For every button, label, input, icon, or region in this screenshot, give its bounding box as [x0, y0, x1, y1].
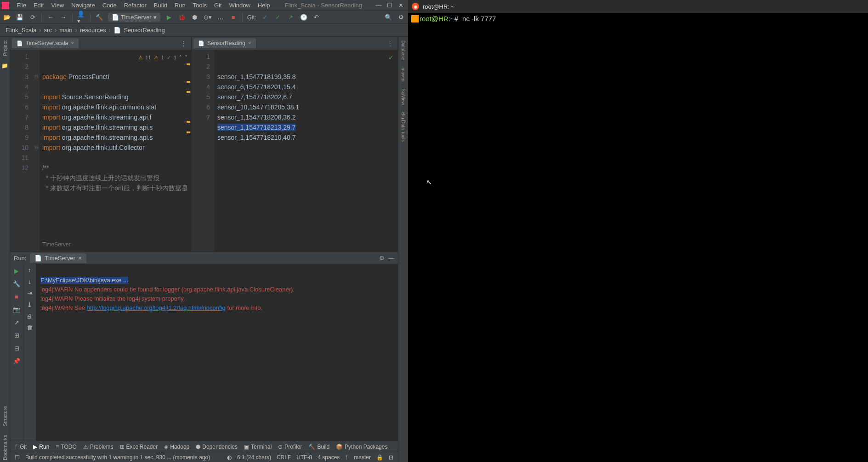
menu-help[interactable]: Help — [254, 1, 274, 10]
git-branch[interactable]: master — [354, 454, 371, 461]
line-separator[interactable]: CRLF — [277, 454, 291, 461]
menu-file[interactable]: File — [13, 1, 30, 10]
structure-tool-tab[interactable]: Structure — [2, 404, 8, 428]
gear-icon[interactable]: ⚙ — [379, 255, 385, 262]
attach-icon[interactable]: … — [216, 13, 225, 22]
forward-icon[interactable]: → — [59, 13, 68, 22]
git-commit-icon[interactable]: ✓ — [274, 13, 282, 22]
breadcrumb-src[interactable]: src — [44, 27, 52, 34]
caret-position[interactable]: 6:1 (24 chars) — [237, 454, 271, 461]
settings-icon[interactable]: ⚙ — [397, 13, 405, 22]
terminal-title-bar[interactable]: ◉ root@HR: ~ — [408, 0, 868, 13]
bookmarks-tool-tab[interactable]: Bookmarks — [2, 433, 8, 462]
menu-view[interactable]: View — [47, 1, 68, 10]
run-config-selector[interactable]: 📄 TimeServer ▾ — [108, 13, 160, 22]
breadcrumb-project[interactable]: Flink_Scala — [6, 27, 36, 34]
tab-profiler[interactable]: ⊙Profiler — [278, 444, 302, 450]
minimize-button[interactable]: — — [373, 2, 384, 9]
maven-tool-tab[interactable]: maven — [401, 66, 406, 83]
tab-hadoop[interactable]: ◈Hadoop — [164, 444, 189, 450]
tab-problems[interactable]: ⚠Problems — [83, 444, 113, 450]
build-icon[interactable]: 🔨 — [95, 13, 103, 22]
layout-icon[interactable]: ⊞ — [12, 331, 21, 339]
menu-window[interactable]: Window — [226, 1, 254, 10]
tab-sensorreading[interactable]: 📄 SensorReading × — [193, 38, 256, 48]
close-tab-icon[interactable]: × — [248, 40, 251, 46]
wrap-icon[interactable]: ⇥ — [27, 290, 32, 297]
run-tab[interactable]: 📄 TimeServer × — [30, 253, 86, 263]
debug-icon[interactable]: 🐞 — [178, 13, 186, 22]
code-lines-left[interactable]: package ProcessFunctiimport Source.Senso… — [40, 50, 191, 251]
mem-icon[interactable]: ⊡ — [389, 454, 393, 461]
tab-terminal[interactable]: ▣Terminal — [244, 444, 272, 450]
console-link[interactable]: http://logging.apache.org/log4j/1.2/faq.… — [87, 304, 226, 311]
tab-python-packages[interactable]: 📦Python Packages — [336, 444, 387, 450]
lock-icon[interactable]: 🔒 — [376, 454, 383, 461]
close-tab-icon[interactable]: × — [78, 255, 82, 262]
tab-dependencies[interactable]: ⬢Dependencies — [196, 444, 238, 450]
menu-edit[interactable]: Edit — [30, 1, 47, 10]
profile-icon[interactable]: ⊙▾ — [204, 13, 212, 22]
tab-overflow-icon[interactable]: ⋮ — [178, 40, 189, 47]
menu-build[interactable]: Build — [150, 1, 171, 10]
tab-run[interactable]: ▶Run — [33, 444, 49, 450]
up-icon[interactable]: ↑ — [28, 267, 31, 274]
back-icon[interactable]: ← — [46, 13, 55, 22]
tab-build[interactable]: 🔨Build — [308, 444, 329, 450]
save-icon[interactable]: 💾 — [16, 13, 24, 22]
error-stripe[interactable] — [187, 50, 190, 60]
code-editor-left[interactable]: 123456789101112 ⊟⊟ package ProcessFuncti… — [10, 50, 191, 251]
minimize-panel-icon[interactable]: — — [388, 255, 394, 262]
tab-git[interactable]: ᚶGit — [15, 444, 27, 450]
maximize-button[interactable]: ☐ — [384, 2, 395, 9]
menu-tools[interactable]: Tools — [189, 1, 210, 10]
progress-icon[interactable]: ◐ — [227, 454, 232, 461]
sync-icon[interactable]: ⟳ — [28, 13, 37, 22]
tab-todo[interactable]: ≡TODO — [56, 444, 76, 450]
search-icon[interactable]: 🔍 — [384, 13, 392, 22]
tool-icon[interactable]: 🔧 — [12, 279, 21, 288]
clear-icon[interactable]: 🗑 — [27, 324, 33, 331]
rerun-icon[interactable]: ▶ — [12, 267, 21, 275]
pin-icon[interactable]: 📌 — [12, 357, 21, 365]
code-lines-right[interactable]: sensor_1,1547718199,35.8sensor_6,1547718… — [215, 50, 397, 251]
breadcrumb-resources[interactable]: resources — [80, 27, 106, 34]
bigdata-tool-tab[interactable]: Big Data Tools — [401, 110, 406, 143]
menu-git[interactable]: Git — [210, 1, 226, 10]
stop-icon[interactable]: ■ — [12, 292, 21, 301]
layout2-icon[interactable]: ⊟ — [12, 344, 21, 352]
code-editor-right[interactable]: 1234567 sensor_1,1547718199,35.8sensor_6… — [192, 50, 397, 251]
open-icon[interactable]: 📂 — [3, 13, 11, 22]
print-icon[interactable]: 🖨 — [27, 313, 33, 319]
breadcrumb-file[interactable]: SensorReading — [124, 27, 165, 34]
status-icon[interactable]: ☐ — [15, 454, 20, 461]
project-tool-tab[interactable]: Project — [2, 39, 8, 58]
inspection-indicators[interactable]: ⚠11 ⚠1 ✓1 ˄ ˅ — [138, 52, 188, 63]
indent[interactable]: 4 spaces — [318, 454, 340, 461]
close-button[interactable]: ✕ — [395, 2, 406, 9]
down-icon[interactable]: ↓ — [28, 278, 31, 285]
chevron-up-icon[interactable]: ˄ — [179, 52, 182, 63]
database-tool-tab[interactable]: Database — [401, 39, 406, 62]
menu-code[interactable]: Code — [99, 1, 120, 10]
console-output[interactable]: E:\MyEclipse\JDK\bin\java.exe ... log4j:… — [36, 264, 398, 441]
exit-icon[interactable]: ↗ — [12, 318, 21, 326]
menu-refactor[interactable]: Refactor — [120, 1, 150, 10]
git-history-icon[interactable]: 🕐 — [300, 13, 308, 22]
close-tab-icon[interactable]: × — [71, 40, 74, 46]
encoding[interactable]: UTF-8 — [296, 454, 312, 461]
git-update-icon[interactable]: ✓ — [261, 13, 269, 22]
git-push-icon[interactable]: ↗ — [287, 13, 295, 22]
tab-timeserver[interactable]: 📄 TimeServer.scala × — [12, 38, 79, 48]
run-icon[interactable]: ▶ — [165, 13, 173, 22]
tab-excelreader[interactable]: ⊞ExcelReader — [120, 444, 158, 450]
stop-icon[interactable]: ■ — [229, 13, 238, 22]
dump-icon[interactable]: 📷 — [12, 305, 21, 314]
menu-navigate[interactable]: Navigate — [68, 1, 98, 10]
tab-overflow-icon[interactable]: ⋮ — [384, 40, 396, 47]
sciview-tool-tab[interactable]: SciView — [401, 87, 406, 107]
scroll-icon[interactable]: ⤓ — [27, 301, 32, 308]
coverage-icon[interactable]: ⬢ — [191, 13, 199, 22]
breadcrumb-main[interactable]: main — [59, 27, 72, 34]
git-rollback-icon[interactable]: ↶ — [312, 13, 321, 22]
